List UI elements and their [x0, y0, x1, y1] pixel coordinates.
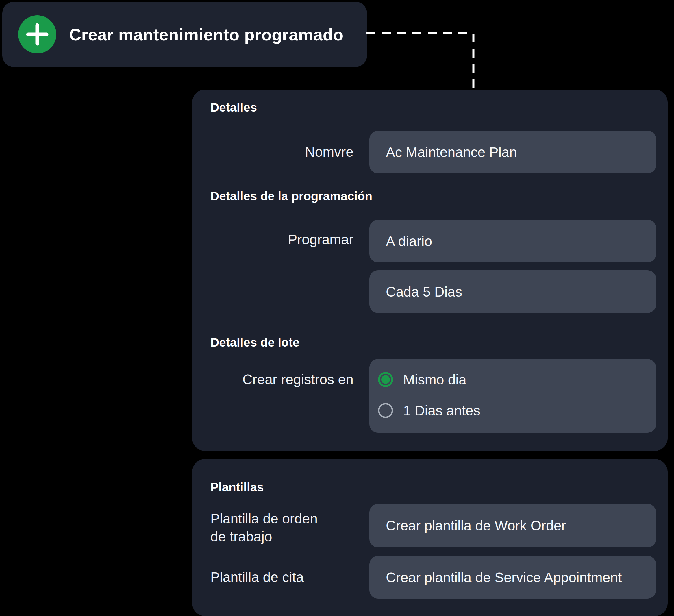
details-heading: Detalles — [210, 99, 257, 116]
schedule-label: Programar — [210, 230, 353, 249]
name-input-value: Ac Maintenance Plan — [386, 144, 517, 160]
create-records-radio-group: Mismo dia 1 Dias antes — [369, 359, 656, 433]
schedule-select[interactable]: A diario — [369, 220, 656, 263]
create-service-appointment-template-label: Crear plantilla de Service Appointment — [386, 570, 622, 585]
appointment-template-label: Plantilla de cita — [210, 568, 335, 587]
radio-option-days-before[interactable]: 1 Dias antes — [378, 403, 480, 418]
page: { "colors": { "page_bg": "#000000", "car… — [0, 0, 674, 616]
frequency-select-value: Cada 5 Dias — [386, 284, 462, 300]
radio-unselected-icon — [378, 403, 393, 418]
name-label: Nomvre — [210, 142, 353, 162]
schedule-heading: Detalles de la programación — [210, 188, 372, 204]
plus-icon — [18, 15, 57, 54]
name-input[interactable]: Ac Maintenance Plan — [369, 131, 656, 174]
create-scheduled-maintenance-button[interactable]: Crear mantenimiento programado — [2, 2, 367, 67]
radio-option-same-day[interactable]: Mismo dia — [378, 372, 466, 387]
batch-label: Crear registros en — [210, 370, 353, 389]
schedule-select-value: A diario — [386, 233, 432, 249]
details-panel: Detalles Nomvre Ac Maintenance Plan Deta… — [192, 90, 668, 451]
create-work-order-template-label: Crear plantilla de Work Order — [386, 518, 566, 534]
batch-heading: Detalles de lote — [210, 334, 300, 350]
radio-option-label: Mismo dia — [403, 372, 466, 388]
radio-selected-icon — [378, 372, 393, 387]
templates-heading: Plantillas — [210, 479, 263, 496]
work-order-template-label: Plantilla de orden de trabajo — [210, 510, 335, 546]
templates-panel: Plantillas Plantilla de orden de trabajo… — [192, 459, 668, 616]
create-work-order-template-button[interactable]: Crear plantilla de Work Order — [369, 504, 656, 547]
frequency-select[interactable]: Cada 5 Dias — [369, 270, 656, 313]
radio-option-label: 1 Dias antes — [403, 403, 480, 419]
header-title: Crear mantenimiento programado — [69, 25, 344, 44]
create-service-appointment-template-button[interactable]: Crear plantilla de Service Appointment — [369, 556, 656, 599]
